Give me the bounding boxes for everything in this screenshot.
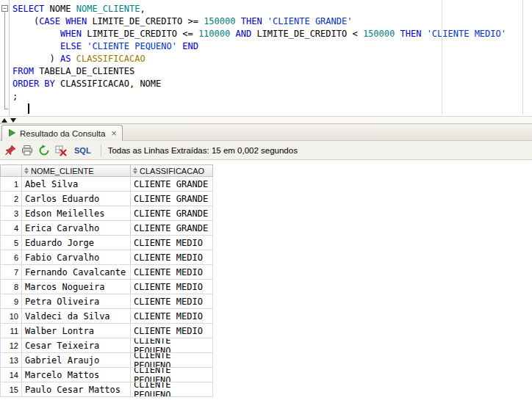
classificacao-cell[interactable]: CLIENTE MEDIO bbox=[131, 236, 213, 250]
classificacao-cell[interactable]: CLIENTE MEDIO bbox=[131, 309, 213, 324]
code-token: NOME bbox=[44, 4, 76, 14]
fetch-status-text: Todas as Linhas Extraídas: 15 em 0,002 s… bbox=[108, 146, 298, 155]
table-row[interactable]: 10Valdeci da SilvaCLIENTE MEDIO bbox=[0, 309, 214, 324]
code-token bbox=[12, 29, 60, 39]
classificacao-cell[interactable]: CLIENTE GRANDE bbox=[131, 192, 213, 206]
row-number-cell[interactable]: 12 bbox=[0, 338, 22, 353]
pin-icon[interactable] bbox=[4, 144, 17, 157]
code-line[interactable]: ) AS CLASSIFICACAO bbox=[12, 53, 506, 65]
table-row[interactable]: 14Marcelo MattosCLIENTE PEQUENO bbox=[0, 368, 214, 382]
row-number-cell[interactable]: 10 bbox=[0, 309, 22, 324]
row-number-cell[interactable]: 7 bbox=[0, 265, 22, 280]
classificacao-cell[interactable]: CLIENTE MEDIO bbox=[131, 265, 213, 280]
nome-cliente-cell[interactable]: Valdeci da Silva bbox=[22, 309, 131, 324]
sql-button[interactable]: SQL bbox=[71, 146, 94, 155]
code-token: THEN bbox=[400, 29, 421, 39]
nome-cliente-cell[interactable]: Petra Oliveira bbox=[22, 294, 131, 309]
code-line[interactable]: ORDER BY CLASSIFICACAO, NOME bbox=[12, 78, 506, 90]
classificacao-cell[interactable]: CLIENTE GRANDE bbox=[131, 206, 213, 221]
sql-editor[interactable]: − SELECT NOME NOME_CLIENTE, (CASE WHEN L… bbox=[0, 0, 532, 116]
tab-resultado-da-consulta[interactable]: Resultado da Consulta × bbox=[1, 125, 123, 141]
code-token: 'CLIENTE PEQUENO' bbox=[87, 41, 177, 51]
table-row[interactable]: 8Marcos NogueiraCLIENTE MEDIO bbox=[0, 280, 214, 294]
classificacao-cell[interactable]: CLIENTE MEDIO bbox=[131, 324, 213, 338]
text-caret bbox=[28, 104, 29, 114]
results-grid: NOME_CLIENTE CLASSIFICACAO 1Abel SilvaCL… bbox=[0, 164, 214, 397]
nome-cliente-cell[interactable]: Gabriel Araujo bbox=[22, 353, 131, 368]
row-number-cell[interactable]: 8 bbox=[0, 280, 22, 294]
column-header-nome-cliente[interactable]: NOME_CLIENTE bbox=[22, 164, 131, 177]
table-row[interactable]: 6Fabio CarvalhoCLIENTE MEDIO bbox=[0, 250, 214, 265]
row-number-cell[interactable]: 11 bbox=[0, 324, 22, 338]
nome-cliente-cell[interactable]: Paulo Cesar Mattos bbox=[22, 382, 131, 397]
nome-cliente-cell[interactable]: Cesar Teixeira bbox=[22, 338, 131, 353]
row-number-cell[interactable]: 6 bbox=[0, 250, 22, 265]
code-token: AND bbox=[235, 29, 251, 39]
classificacao-cell[interactable]: CLIENTE PEQUENO bbox=[131, 353, 213, 368]
code-token: CLASSIFICACAO bbox=[76, 54, 145, 64]
sort-icon[interactable] bbox=[133, 167, 137, 174]
classificacao-cell[interactable]: CLIENTE GRANDE bbox=[131, 177, 213, 192]
classificacao-cell[interactable]: CLIENTE MEDIO bbox=[131, 250, 213, 265]
table-row[interactable]: 7Fernando CavalcanteCLIENTE MEDIO bbox=[0, 265, 214, 280]
code-token: LIMITE_DE_CREDITO <= bbox=[82, 29, 198, 39]
nome-cliente-cell[interactable]: Carlos Eduardo bbox=[22, 192, 131, 206]
tab-close-icon[interactable]: × bbox=[111, 130, 117, 137]
splitter-collapse-up-icon[interactable] bbox=[1, 118, 7, 123]
editor-results-splitter[interactable] bbox=[0, 116, 532, 124]
refresh-icon[interactable] bbox=[37, 144, 51, 157]
nome-cliente-cell[interactable]: Fabio Carvalho bbox=[22, 250, 131, 265]
nome-cliente-cell[interactable]: Marcos Nogueira bbox=[22, 280, 131, 294]
code-token: 150000 bbox=[204, 16, 235, 26]
table-row[interactable]: 2Carlos EduardoCLIENTE GRANDE bbox=[0, 192, 214, 206]
code-line[interactable]: SELECT NOME NOME_CLIENTE, bbox=[12, 3, 506, 15]
row-number-cell[interactable]: 13 bbox=[0, 353, 22, 368]
row-number-cell[interactable]: 1 bbox=[0, 177, 22, 192]
table-row[interactable]: 13Gabriel AraujoCLIENTE PEQUENO bbox=[0, 353, 214, 368]
classificacao-cell[interactable]: CLIENTE PEQUENO bbox=[131, 382, 213, 397]
clear-results-icon[interactable] bbox=[54, 144, 68, 157]
code-line[interactable]: FROM TABELA_DE_CLIENTES bbox=[12, 65, 506, 78]
row-number-cell[interactable]: 9 bbox=[0, 294, 22, 309]
row-number-cell[interactable]: 14 bbox=[0, 368, 22, 382]
print-icon[interactable] bbox=[21, 144, 34, 157]
code-token bbox=[262, 16, 267, 26]
table-row[interactable]: 1Abel SilvaCLIENTE GRANDE bbox=[0, 177, 214, 192]
code-lines[interactable]: SELECT NOME NOME_CLIENTE, (CASE WHEN LIM… bbox=[12, 3, 506, 103]
column-header-classificacao[interactable]: CLASSIFICACAO bbox=[131, 164, 213, 177]
nome-cliente-cell[interactable]: Walber Lontra bbox=[22, 324, 131, 338]
nome-cliente-cell[interactable]: Eduardo Jorge bbox=[22, 236, 131, 250]
row-number-cell[interactable]: 15 bbox=[0, 382, 22, 397]
table-row[interactable]: 4Erica CarvalhoCLIENTE GRANDE bbox=[0, 221, 214, 236]
code-token: END bbox=[182, 41, 198, 51]
classificacao-cell[interactable]: CLIENTE GRANDE bbox=[131, 221, 213, 236]
table-row[interactable]: 12Cesar TeixeiraCLIENTE PEQUENO bbox=[0, 338, 214, 353]
nome-cliente-cell[interactable]: Marcelo Mattos bbox=[22, 368, 131, 382]
nome-cliente-cell[interactable]: Edson Meilelles bbox=[22, 206, 131, 221]
code-line[interactable]: ELSE 'CLIENTE PEQUENO' END bbox=[12, 40, 506, 53]
table-row[interactable]: 15Paulo Cesar MattosCLIENTE PEQUENO bbox=[0, 382, 214, 397]
table-row[interactable]: 5Eduardo JorgeCLIENTE MEDIO bbox=[0, 236, 214, 250]
classificacao-cell[interactable]: CLIENTE PEQUENO bbox=[131, 338, 213, 353]
table-row[interactable]: 9Petra OliveiraCLIENTE MEDIO bbox=[0, 294, 214, 309]
row-number-cell[interactable]: 3 bbox=[0, 206, 22, 221]
code-line[interactable]: (CASE WHEN LIMITE_DE_CREDITO >= 150000 T… bbox=[12, 15, 506, 28]
nome-cliente-cell[interactable]: Erica Carvalho bbox=[22, 221, 131, 236]
code-token: CASE bbox=[39, 16, 60, 26]
row-number-cell[interactable]: 5 bbox=[0, 236, 22, 250]
code-line[interactable]: ; bbox=[12, 90, 506, 103]
classificacao-cell[interactable]: CLIENTE PEQUENO bbox=[131, 368, 213, 382]
nome-cliente-cell[interactable]: Fernando Cavalcante bbox=[22, 265, 131, 280]
row-number-cell[interactable]: 2 bbox=[0, 192, 22, 206]
code-fold-toggle[interactable]: − bbox=[1, 5, 8, 12]
classificacao-cell[interactable]: CLIENTE MEDIO bbox=[131, 280, 213, 294]
code-line[interactable]: WHEN LIMITE_DE_CREDITO <= 110000 AND LIM… bbox=[12, 28, 506, 40]
classificacao-cell[interactable]: CLIENTE MEDIO bbox=[131, 294, 213, 309]
splitter-collapse-down-icon[interactable] bbox=[10, 118, 16, 123]
nome-cliente-cell[interactable]: Abel Silva bbox=[22, 177, 131, 192]
row-number-cell[interactable]: 4 bbox=[0, 221, 22, 236]
sort-icon[interactable] bbox=[24, 167, 29, 174]
row-number-header[interactable] bbox=[0, 164, 22, 177]
table-row[interactable]: 11Walber LontraCLIENTE MEDIO bbox=[0, 324, 214, 338]
table-row[interactable]: 3Edson MeilellesCLIENTE GRANDE bbox=[0, 206, 214, 221]
